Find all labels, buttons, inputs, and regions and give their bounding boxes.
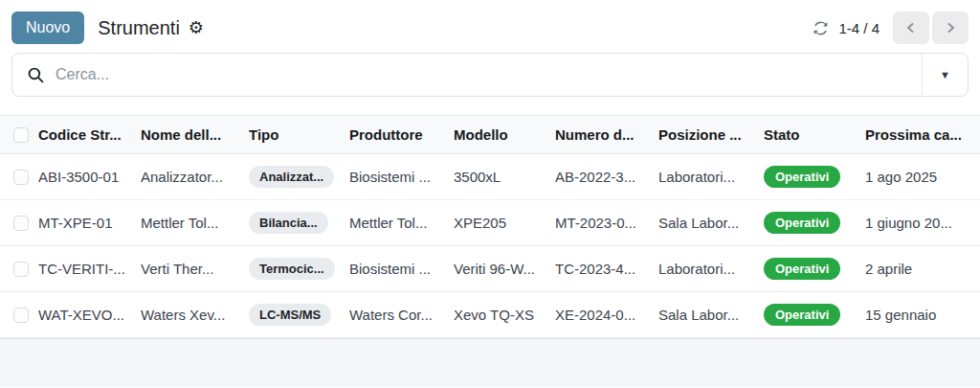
search-input[interactable] [56,54,922,96]
cell-posizione: Laboratori... [658,169,764,185]
column-header-modello[interactable]: Modello [454,126,555,143]
column-header-nome[interactable]: Nome dell... [141,126,249,143]
status-badge: Operativi [764,166,840,188]
column-header-prossima[interactable]: Prossima ca... [865,126,980,143]
cell-nome: Mettler Tol... [141,215,249,231]
cell-numero: TC-2023-4... [555,261,658,277]
cell-prossima: 1 giugno 20... [865,215,980,231]
cell-nome: Analizzator... [141,169,249,185]
cell-produttore: Waters Cor... [349,307,454,323]
next-page-button[interactable] [932,11,969,44]
page-title: Strumenti [98,17,180,39]
refresh-button[interactable] [813,20,829,36]
column-header-tipo[interactable]: Tipo [249,126,349,143]
cell-produttore: Mettler Tol... [349,215,454,231]
cell-numero: AB-2022-3... [555,169,658,185]
refresh-icon [813,20,829,36]
pager-range: 1-4 / 4 [838,20,880,36]
cell-codice: WAT-XEVO... [38,307,141,323]
cell-modello: Veriti 96-W... [454,261,555,277]
column-header-codice[interactable]: Codice Str... [38,126,141,143]
row-checkbox[interactable] [13,308,29,323]
cell-modello: XPE205 [454,215,555,231]
column-header-posizione[interactable]: Posizione ... [658,126,764,143]
column-header-stato[interactable]: Stato [764,126,865,143]
cell-modello: 3500xL [454,169,555,185]
caret-down-icon: ▼ [940,70,950,80]
column-header-produttore[interactable]: Produttore [349,126,454,143]
row-checkbox[interactable] [13,262,29,277]
table-row[interactable]: TC-VERITI-... Verti Ther... Termocic... … [0,246,980,292]
row-checkbox[interactable] [13,170,29,185]
cell-codice: MT-XPE-01 [38,215,141,231]
cell-numero: XE-2024-0... [555,307,658,323]
type-badge: Termocic... [249,258,335,280]
type-badge: Analizzat... [249,166,334,188]
cell-nome: Waters Xev... [141,307,249,323]
chevron-right-icon [945,22,956,34]
status-badge: Operativi [764,212,840,234]
status-badge: Operativi [764,304,840,326]
gear-icon[interactable]: ⚙ [189,19,204,36]
cell-codice: TC-VERITI-... [38,261,141,277]
select-all-checkbox[interactable] [13,127,29,143]
footer-area [0,338,980,387]
row-checkbox[interactable] [13,216,29,231]
cell-posizione: Sala Labor... [658,307,764,323]
cell-modello: Xevo TQ-XS [454,307,555,323]
search-dropdown-toggle[interactable]: ▼ [922,54,968,96]
type-badge: LC-MS/MS [249,304,331,326]
pager: 1-4 / 4 [813,11,969,44]
type-badge: Bilancia... [249,212,328,234]
cell-produttore: Biosistemi ... [349,169,454,185]
cell-prossima: 1 ago 2025 [865,169,980,185]
search-icon [12,67,56,83]
status-badge: Operativi [764,258,840,280]
cell-produttore: Biosistemi ... [349,261,454,277]
cell-numero: MT-2023-0... [555,215,658,231]
toolbar: Nuovo Strumenti ⚙ 1-4 / 4 [11,11,969,44]
instruments-table: Codice Str... Nome dell... Tipo Produtto… [0,115,980,338]
chevron-left-icon [905,22,917,34]
table-row[interactable]: ABI-3500-01 Analizzator... Analizzat... … [0,154,980,200]
new-button[interactable]: Nuovo [11,11,84,44]
search-bar: ▼ [11,53,969,97]
column-header-numero[interactable]: Numero d... [555,126,658,143]
cell-codice: ABI-3500-01 [38,169,141,185]
cell-nome: Verti Ther... [141,261,249,277]
table-row[interactable]: MT-XPE-01 Mettler Tol... Bilancia... Met… [0,200,980,246]
table-header-row: Codice Str... Nome dell... Tipo Produtto… [0,115,980,154]
cell-posizione: Laboratori... [658,261,764,277]
table-row[interactable]: WAT-XEVO... Waters Xev... LC-MS/MS Water… [0,292,980,338]
prev-page-button[interactable] [893,11,929,44]
cell-prossima: 2 aprile [865,261,980,277]
cell-prossima: 15 gennaio [865,307,980,323]
cell-posizione: Sala Labor... [658,215,764,231]
